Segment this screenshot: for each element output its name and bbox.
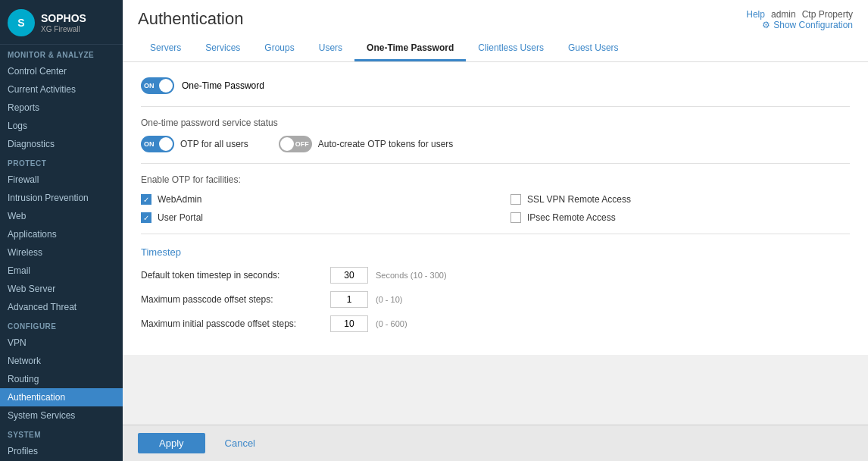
sidebar-item-authentication[interactable]: Authentication <box>0 388 123 406</box>
field-label-max-passcode-offset: Maximum passcode offset steps: <box>141 294 323 305</box>
sidebar-item-profiles[interactable]: Profiles <box>0 442 123 460</box>
footer: Apply Cancel <box>123 425 868 461</box>
field-hint-max-initial-offset: (0 - 600) <box>376 319 407 328</box>
sidebar-section-label: SYSTEM <box>0 425 123 442</box>
otp-status-row: ON OTP for all users OFF Auto-create OTP… <box>141 136 850 152</box>
timestep-section: Timestep Default token timestep in secon… <box>141 246 850 332</box>
otp-all-users-toggle[interactable]: ON <box>141 136 174 152</box>
sophos-icon: S <box>8 9 35 36</box>
sidebar-item-email[interactable]: Email <box>0 262 123 280</box>
facility-user-portal: ✓User Portal <box>141 212 480 223</box>
facility-ssl-vpn: SSL VPN Remote Access <box>510 194 850 205</box>
facilities-grid: ✓WebAdminSSL VPN Remote Access✓User Port… <box>141 194 850 223</box>
header: Authentication Help admin Ctp Property S… <box>123 0 868 62</box>
sidebar-item-advanced-threat[interactable]: Advanced Threat <box>0 298 123 316</box>
facility-label-webadmin: WebAdmin <box>158 194 201 205</box>
apply-button[interactable]: Apply <box>138 433 205 453</box>
field-hint-default-token-timestep: Seconds (10 - 300) <box>376 271 447 280</box>
brand-name: SOPHOS <box>41 12 86 25</box>
tab-users[interactable]: Users <box>307 36 354 61</box>
facility-webadmin: ✓WebAdmin <box>141 194 480 205</box>
tab-services[interactable]: Services <box>193 36 252 61</box>
sidebar-item-intrusion-prevention[interactable]: Intrusion Prevention <box>0 189 123 207</box>
field-label-max-initial-offset: Maximum initial passcode offset steps: <box>141 318 323 329</box>
cancel-button[interactable]: Cancel <box>213 433 267 453</box>
sidebar-item-logs[interactable]: Logs <box>0 117 123 135</box>
sidebar-section-label: CONFIGURE <box>0 316 123 334</box>
timestep-title: Timestep <box>141 246 850 258</box>
header-right: Help admin Ctp Property Show Configurati… <box>746 9 853 30</box>
checkbox-webadmin[interactable]: ✓ <box>141 194 151 205</box>
main-panel: Authentication Help admin Ctp Property S… <box>123 0 868 461</box>
tab-guest-users[interactable]: Guest Users <box>556 36 631 61</box>
field-label-default-token-timestep: Default token timestep in seconds: <box>141 270 323 281</box>
product-name: XG Firewall <box>41 25 86 33</box>
tab-servers[interactable]: Servers <box>138 36 193 61</box>
otp-all-users-label: OTP for all users <box>180 139 248 149</box>
sidebar-item-diagnostics[interactable]: Diagnostics <box>0 135 123 153</box>
admin-label: admin <box>771 9 796 20</box>
sidebar: S SOPHOS XG Firewall MONITOR & ANALYZECo… <box>0 0 123 461</box>
tabs: ServersServicesGroupsUsersOne-Time Passw… <box>138 36 853 61</box>
auto-create-label: Auto-create OTP tokens for users <box>318 139 454 149</box>
sidebar-section-label: PROTECT <box>0 153 123 171</box>
sidebar-item-current-activities[interactable]: Current Activities <box>0 80 123 99</box>
page-title: Authentication <box>138 9 243 29</box>
otp-toggle[interactable]: ON <box>141 77 174 94</box>
sidebar-item-web[interactable]: Web <box>0 207 123 225</box>
field-hint-max-passcode-offset: (0 - 10) <box>376 295 402 304</box>
field-row-default-token-timestep: Default token timestep in seconds:Second… <box>141 267 850 284</box>
otp-toggle-label: One-Time Password <box>182 80 264 91</box>
field-input-max-passcode-offset[interactable] <box>330 291 368 308</box>
otp-status-label: One-time password service status <box>141 118 850 128</box>
tab-clientless-users[interactable]: Clientless Users <box>466 36 556 61</box>
sidebar-item-firewall[interactable]: Firewall <box>0 171 123 189</box>
help-link[interactable]: Help <box>746 9 765 20</box>
sidebar-item-wireless[interactable]: Wireless <box>0 243 123 262</box>
fields-container: Default token timestep in seconds:Second… <box>141 267 850 332</box>
sidebar-item-web-server[interactable]: Web Server <box>0 280 123 298</box>
sidebar-item-reports[interactable]: Reports <box>0 99 123 117</box>
checkbox-ipsec[interactable] <box>510 212 521 223</box>
checkbox-ssl-vpn[interactable] <box>510 194 521 205</box>
sidebar-item-control-center[interactable]: Control Center <box>0 62 123 80</box>
sidebar-item-vpn[interactable]: VPN <box>0 334 123 352</box>
tab-groups[interactable]: Groups <box>252 36 306 61</box>
logo: S SOPHOS XG Firewall <box>0 0 123 45</box>
property-label: Ctp Property <box>802 9 853 20</box>
field-row-max-initial-offset: Maximum initial passcode offset steps:(0… <box>141 315 850 332</box>
sidebar-section-label: MONITOR & ANALYZE <box>0 45 123 62</box>
otp-toggle-row: ON One-Time Password <box>141 77 850 94</box>
field-input-max-initial-offset[interactable] <box>330 315 368 332</box>
facilities-label: Enable OTP for facilities: <box>141 174 850 185</box>
checkbox-user-portal[interactable]: ✓ <box>141 212 151 223</box>
sidebar-item-applications[interactable]: Applications <box>0 225 123 243</box>
content-area: ON One-Time Password One-time password s… <box>123 62 868 425</box>
facility-ipsec: IPsec Remote Access <box>510 212 850 223</box>
sidebar-item-system-services[interactable]: System Services <box>0 406 123 425</box>
field-input-default-token-timestep[interactable] <box>330 267 368 284</box>
auto-create-toggle[interactable]: OFF <box>279 136 312 152</box>
field-row-max-passcode-offset: Maximum passcode offset steps:(0 - 10) <box>141 291 850 308</box>
sidebar-item-routing[interactable]: Routing <box>0 370 123 388</box>
facility-label-ssl-vpn: SSL VPN Remote Access <box>527 194 631 205</box>
facility-label-ipsec: IPsec Remote Access <box>527 212 616 223</box>
show-config-link[interactable]: Show Configuration <box>762 20 853 30</box>
sidebar-item-network[interactable]: Network <box>0 352 123 370</box>
facility-label-user-portal: User Portal <box>158 212 203 223</box>
tab-one-time-password[interactable]: One-Time Password <box>354 36 466 61</box>
